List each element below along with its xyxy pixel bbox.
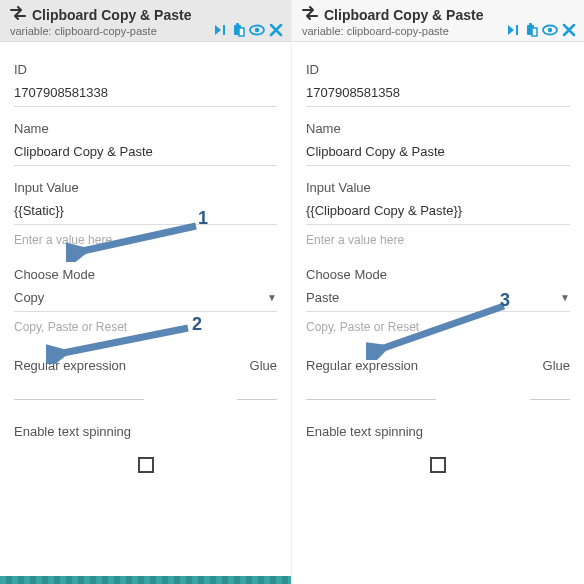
mode-value: Paste — [306, 290, 339, 305]
footer-bar — [0, 576, 291, 584]
panel-title: Clipboard Copy & Paste — [324, 7, 483, 23]
input-placeholder: Enter a value here — [14, 233, 277, 253]
id-label: ID — [306, 62, 570, 77]
id-label: ID — [14, 62, 277, 77]
regex-input[interactable] — [306, 399, 436, 400]
skip-icon[interactable] — [213, 23, 227, 37]
panel-title: Clipboard Copy & Paste — [32, 7, 191, 23]
glue-label: Glue — [543, 358, 570, 373]
mode-label: Choose Mode — [14, 267, 277, 282]
paste-icon[interactable] — [524, 23, 538, 37]
variable-value: clipboard-copy-paste — [55, 25, 157, 37]
variable-label: variable: — [10, 25, 52, 37]
input-value-label: Input Value — [306, 180, 570, 195]
eye-icon[interactable] — [542, 23, 558, 37]
swap-icon — [10, 6, 26, 23]
variable-label: variable: — [302, 25, 344, 37]
name-label: Name — [14, 121, 277, 136]
id-value: 1707908581338 — [14, 85, 277, 107]
svg-rect-2 — [239, 28, 244, 36]
spin-label: Enable text spinning — [14, 424, 277, 439]
close-icon[interactable] — [269, 23, 283, 37]
chevron-down-icon: ▼ — [267, 292, 277, 303]
name-label: Name — [306, 121, 570, 136]
input-value-field[interactable]: {{Clipboard Copy & Paste}} — [306, 203, 570, 225]
name-input[interactable]: Clipboard Copy & Paste — [14, 144, 277, 166]
svg-rect-7 — [532, 28, 537, 36]
paste-icon[interactable] — [231, 23, 245, 37]
mode-select[interactable]: Copy ▼ — [14, 290, 277, 312]
chevron-down-icon: ▼ — [560, 292, 570, 303]
close-icon[interactable] — [562, 23, 576, 37]
spin-checkbox[interactable] — [430, 457, 446, 473]
mode-label: Choose Mode — [306, 267, 570, 282]
regex-input[interactable] — [14, 399, 144, 400]
mode-value: Copy — [14, 290, 44, 305]
name-input[interactable]: Clipboard Copy & Paste — [306, 144, 570, 166]
mode-select[interactable]: Paste ▼ — [306, 290, 570, 312]
spin-checkbox[interactable] — [138, 457, 154, 473]
glue-input[interactable] — [237, 399, 277, 400]
regex-label: Regular expression — [14, 358, 126, 373]
regex-label: Regular expression — [306, 358, 418, 373]
eye-icon[interactable] — [249, 23, 265, 37]
spin-label: Enable text spinning — [306, 424, 570, 439]
svg-rect-1 — [236, 23, 239, 26]
swap-icon — [302, 6, 318, 23]
variable-value: clipboard-copy-paste — [347, 25, 449, 37]
mode-hint: Copy, Paste or Reset — [14, 320, 277, 340]
glue-input[interactable] — [530, 399, 570, 400]
mode-hint: Copy, Paste or Reset — [306, 320, 570, 340]
panel-header: Clipboard Copy & Paste variable: clipboa… — [0, 0, 291, 42]
glue-label: Glue — [250, 358, 277, 373]
input-value-field[interactable]: {{Static}} — [14, 203, 277, 225]
id-value: 1707908581358 — [306, 85, 570, 107]
skip-icon[interactable] — [506, 23, 520, 37]
input-placeholder: Enter a value here — [306, 233, 570, 253]
svg-point-4 — [255, 28, 259, 32]
input-value-label: Input Value — [14, 180, 277, 195]
panel-header: Clipboard Copy & Paste variable: clipboa… — [292, 0, 584, 42]
svg-rect-6 — [529, 23, 532, 26]
svg-point-9 — [548, 28, 552, 32]
